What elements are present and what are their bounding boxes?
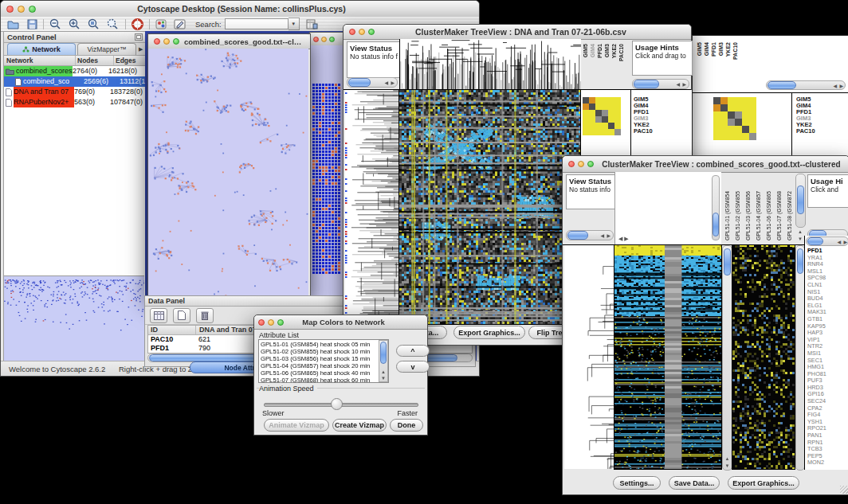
matrix-cell[interactable] bbox=[595, 116, 602, 123]
zoom-window-icon[interactable] bbox=[29, 6, 36, 13]
attribute-list-vscrollbar[interactable]: ▲▼ bbox=[379, 340, 388, 382]
matrix-cell[interactable] bbox=[742, 111, 749, 119]
tab-network[interactable]: Network bbox=[7, 43, 76, 55]
matrix-cell[interactable] bbox=[614, 104, 621, 110]
matrix-cell[interactable] bbox=[614, 116, 621, 123]
save-icon[interactable] bbox=[27, 19, 37, 29]
list-item[interactable]: GPL51-07 (GSM868) heat shock 60 min bbox=[261, 377, 379, 383]
animate-vizmap-button[interactable]: Animate Vizmap bbox=[264, 419, 329, 432]
matrix-cell[interactable] bbox=[713, 97, 720, 104]
matrix-cell[interactable] bbox=[583, 110, 589, 116]
matrix-cell[interactable] bbox=[735, 111, 742, 119]
matrix-cell[interactable] bbox=[720, 104, 728, 111]
close-icon[interactable] bbox=[349, 29, 355, 35]
speed-slider-thumb[interactable] bbox=[331, 398, 343, 410]
birdseye-overview[interactable] bbox=[4, 275, 144, 362]
treeview-back-matrix[interactable] bbox=[713, 97, 756, 140]
matrix-cell[interactable] bbox=[595, 110, 602, 116]
zoom-out-icon[interactable] bbox=[49, 18, 62, 29]
annotation-icon[interactable] bbox=[174, 19, 186, 29]
zoom-window-icon[interactable] bbox=[173, 38, 179, 45]
matrix-cell[interactable] bbox=[602, 116, 608, 123]
minimize-icon[interactable] bbox=[578, 161, 584, 167]
matrix-cell[interactable] bbox=[602, 110, 608, 116]
matrix-cell[interactable] bbox=[735, 119, 742, 126]
move-up-button[interactable]: ^ bbox=[396, 345, 430, 357]
matrix-cell[interactable] bbox=[735, 97, 742, 104]
resize-grip[interactable] bbox=[840, 486, 848, 494]
matrix-cell[interactable] bbox=[589, 97, 595, 104]
matrix-cell[interactable] bbox=[720, 119, 728, 126]
treeview2-status-scrollbar[interactable]: ◀▶ bbox=[566, 230, 614, 240]
matrix-cell[interactable] bbox=[602, 129, 608, 135]
treeview2-settings-button[interactable]: Settings... bbox=[613, 476, 661, 490]
network-row-dna-tran[interactable]: DNA and Tran 07 769(0) 183728(0) bbox=[4, 87, 146, 97]
treeview1-status-scrollbar[interactable]: ◀▶ bbox=[347, 77, 398, 88]
matrix-cell[interactable] bbox=[720, 126, 728, 133]
matrix-cell[interactable] bbox=[713, 104, 720, 111]
open-file-icon[interactable] bbox=[7, 19, 19, 29]
network-view-back-canvas[interactable] bbox=[310, 45, 344, 295]
treeview-back-hscrollbar[interactable]: ◀▶ bbox=[766, 80, 846, 90]
matrix-cell[interactable] bbox=[608, 123, 614, 129]
matrix-cell[interactable] bbox=[614, 110, 621, 116]
treeview1-export-graphics-button[interactable]: Export Graphics... bbox=[453, 326, 525, 339]
matrix-cell[interactable] bbox=[742, 97, 749, 104]
network-row-combined-scores[interactable]: combined_scores 2764(0) 16218(0) bbox=[4, 66, 146, 76]
matrix-cell[interactable] bbox=[614, 129, 621, 135]
matrix-cell[interactable] bbox=[749, 111, 756, 119]
matrix-cell[interactable] bbox=[713, 126, 720, 133]
new-attribute-icon[interactable] bbox=[173, 308, 190, 323]
matrix-cell[interactable] bbox=[583, 116, 589, 123]
treeview1-hints-scrollbar[interactable]: ◀▶ bbox=[632, 79, 689, 89]
zoom-in-icon[interactable] bbox=[69, 18, 81, 29]
list-item[interactable]: GPL51-01 (GSM854) heat shock 05 min bbox=[261, 341, 379, 348]
treeview2-coltree-area[interactable]: ◀ ▶ bbox=[614, 172, 721, 244]
matrix-cell[interactable] bbox=[583, 129, 589, 135]
matrix-cell[interactable] bbox=[728, 104, 735, 111]
move-down-button[interactable]: v bbox=[396, 361, 430, 373]
matrix-cell[interactable] bbox=[728, 133, 735, 140]
matrix-cell[interactable] bbox=[742, 133, 749, 140]
matrix-cell[interactable] bbox=[749, 133, 756, 140]
attribute-browser-icon[interactable] bbox=[306, 18, 318, 29]
matrix-cell[interactable] bbox=[589, 110, 595, 116]
matrix-cell[interactable] bbox=[713, 111, 720, 119]
close-icon[interactable] bbox=[313, 37, 319, 42]
matrix-cell[interactable] bbox=[749, 126, 756, 133]
zoom-window-icon[interactable] bbox=[329, 37, 335, 42]
treeview2-row-dendrogram[interactable] bbox=[564, 245, 614, 469]
treeview1-similarity-matrix[interactable] bbox=[583, 97, 621, 135]
treeview1-row-dendrogram[interactable] bbox=[345, 90, 399, 324]
matrix-cell[interactable] bbox=[583, 97, 589, 104]
matrix-cell[interactable] bbox=[742, 126, 749, 133]
minimize-icon[interactable] bbox=[163, 38, 170, 45]
matrix-cell[interactable] bbox=[595, 104, 602, 110]
close-icon[interactable] bbox=[258, 319, 265, 326]
matrix-cell[interactable] bbox=[608, 97, 614, 104]
matrix-cell[interactable] bbox=[614, 123, 621, 129]
delete-attribute-icon[interactable] bbox=[196, 308, 214, 323]
matrix-cell[interactable] bbox=[713, 133, 720, 140]
matrix-cell[interactable] bbox=[589, 129, 595, 135]
matrix-cell[interactable] bbox=[602, 123, 608, 129]
treeview2-save-data-button[interactable]: Save Data... bbox=[669, 476, 720, 490]
matrix-cell[interactable] bbox=[595, 129, 602, 135]
treeview2-heatmap-left[interactable] bbox=[614, 245, 721, 469]
network-row-combined-sco[interactable]: combined_sco 2569(6) 13112(15) bbox=[4, 76, 146, 87]
help-icon[interactable] bbox=[132, 18, 143, 30]
close-icon[interactable] bbox=[6, 6, 14, 13]
matrix-cell[interactable] bbox=[749, 119, 756, 126]
tab-overflow-button[interactable]: ▶ bbox=[139, 46, 143, 55]
treeview1-heatmap[interactable] bbox=[399, 90, 580, 324]
matrix-cell[interactable] bbox=[728, 111, 735, 119]
search-input[interactable] bbox=[225, 18, 289, 29]
done-button[interactable]: Done bbox=[390, 419, 423, 432]
zoom-window-icon[interactable] bbox=[587, 161, 594, 167]
zoom-selected-icon[interactable] bbox=[88, 18, 100, 29]
matrix-cell[interactable] bbox=[728, 97, 735, 104]
tab-vizmapper[interactable]: VizMapper™ bbox=[77, 43, 136, 55]
matrix-cell[interactable] bbox=[749, 104, 756, 111]
minimize-icon[interactable] bbox=[268, 319, 274, 326]
matrix-cell[interactable] bbox=[589, 123, 595, 129]
